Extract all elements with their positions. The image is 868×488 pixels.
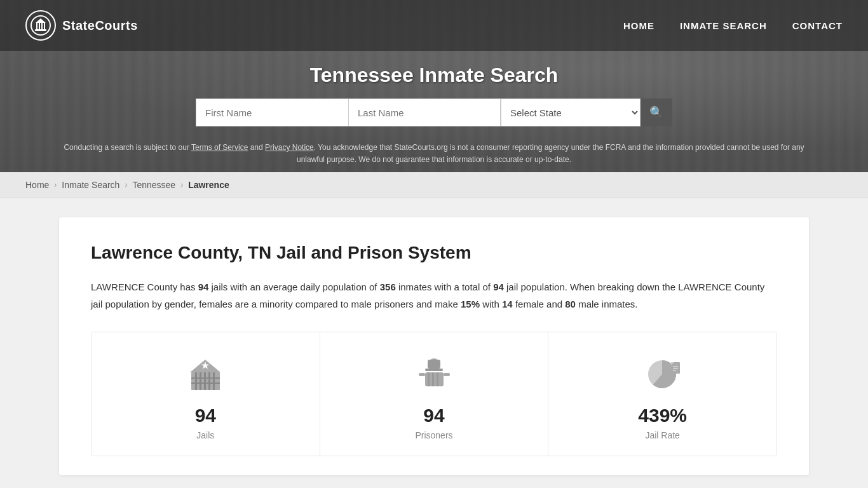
- logo[interactable]: StateCourts: [25, 10, 138, 41]
- stat-prisoners: 94 Prisoners: [320, 332, 549, 456]
- pie-chart-icon: [641, 351, 685, 396]
- svg-rect-10: [204, 372, 206, 390]
- search-form: Select StateAlabamaAlaskaArizonaArkansas…: [180, 98, 688, 126]
- svg-marker-6: [36, 18, 46, 23]
- jails-stat-label: Jails: [196, 430, 214, 440]
- avg-pop: 356: [380, 281, 396, 292]
- breadcrumb-current: Lawrence: [188, 180, 229, 190]
- male-count: 80: [565, 299, 576, 309]
- svg-rect-23: [437, 372, 438, 386]
- svg-rect-22: [432, 372, 434, 386]
- breadcrumb-sep-2: ›: [125, 180, 127, 189]
- breadcrumb: Home › Inmate Search › Tennessee › Lawre…: [0, 172, 868, 198]
- stats-row: 94 Jails: [91, 332, 777, 456]
- first-name-input[interactable]: [196, 98, 348, 126]
- main-content: Lawrence County, TN Jail and Prison Syst…: [0, 198, 868, 488]
- breadcrumb-inmate-search[interactable]: Inmate Search: [62, 180, 119, 190]
- breadcrumb-state[interactable]: Tennessee: [132, 180, 175, 190]
- county-description: LAWRENCE County has 94 jails with an ave…: [91, 278, 777, 313]
- svg-rect-18: [425, 369, 443, 371]
- navigation: StateCourts HOME INMATE SEARCH CONTACT: [0, 0, 868, 51]
- stat-jails: 94 Jails: [92, 332, 320, 456]
- search-button[interactable]: 🔍: [641, 98, 672, 126]
- svg-rect-3: [39, 23, 40, 29]
- svg-rect-11: [208, 372, 210, 390]
- svg-rect-1: [35, 29, 46, 31]
- last-name-input[interactable]: [348, 98, 501, 126]
- svg-rect-8: [195, 372, 197, 390]
- svg-rect-2: [36, 23, 37, 29]
- jail-rate-stat-number: 439%: [638, 405, 687, 426]
- terms-link[interactable]: Terms of Service: [191, 143, 248, 152]
- svg-rect-29: [673, 366, 678, 367]
- svg-rect-4: [41, 23, 43, 29]
- svg-rect-12: [213, 372, 215, 390]
- jail-icon: [183, 351, 227, 396]
- svg-rect-13: [191, 377, 220, 379]
- prisoner-icon: [412, 351, 456, 396]
- total-pop: 94: [493, 281, 504, 292]
- svg-rect-21: [428, 372, 430, 386]
- nav-links: HOME INMATE SEARCH CONTACT: [623, 20, 843, 31]
- nav-home[interactable]: HOME: [623, 20, 654, 31]
- svg-rect-19: [428, 360, 440, 369]
- nav-inmate-search[interactable]: INMATE SEARCH: [680, 20, 767, 31]
- female-pct: 15%: [461, 299, 480, 309]
- female-count: 14: [502, 299, 513, 309]
- logo-icon: [25, 10, 56, 41]
- svg-rect-14: [191, 383, 220, 384]
- search-icon: 🔍: [649, 105, 663, 119]
- prisoners-stat-number: 94: [423, 405, 444, 426]
- disclaimer-text: Conducting a search is subject to our Te…: [0, 133, 868, 172]
- prisoners-stat-label: Prisoners: [415, 430, 452, 440]
- breadcrumb-sep-1: ›: [54, 180, 57, 189]
- breadcrumb-home[interactable]: Home: [25, 180, 49, 190]
- jails-stat-number: 94: [195, 405, 216, 426]
- jails-count: 94: [198, 281, 209, 292]
- privacy-link[interactable]: Privacy Notice: [265, 143, 314, 152]
- svg-rect-24: [419, 373, 425, 376]
- county-title: Lawrence County, TN Jail and Prison Syst…: [91, 243, 777, 263]
- breadcrumb-sep-3: ›: [180, 180, 183, 189]
- jail-rate-stat-label: Jail Rate: [645, 430, 679, 440]
- svg-rect-30: [673, 368, 678, 369]
- logo-text: StateCourts: [62, 18, 138, 33]
- svg-rect-25: [444, 373, 450, 376]
- site-header: StateCourts HOME INMATE SEARCH CONTACT T…: [0, 0, 868, 172]
- content-card: Lawrence County, TN Jail and Prison Syst…: [59, 217, 809, 475]
- nav-contact[interactable]: CONTACT: [792, 20, 843, 31]
- svg-rect-31: [673, 370, 676, 371]
- stat-jail-rate: 439% Jail Rate: [548, 332, 776, 456]
- svg-rect-9: [200, 372, 201, 390]
- state-select[interactable]: Select StateAlabamaAlaskaArizonaArkansas…: [501, 98, 641, 126]
- svg-rect-5: [44, 23, 45, 29]
- header-content: Tennessee Inmate Search Select StateAlab…: [0, 51, 868, 133]
- page-title: Tennessee Inmate Search: [0, 64, 868, 87]
